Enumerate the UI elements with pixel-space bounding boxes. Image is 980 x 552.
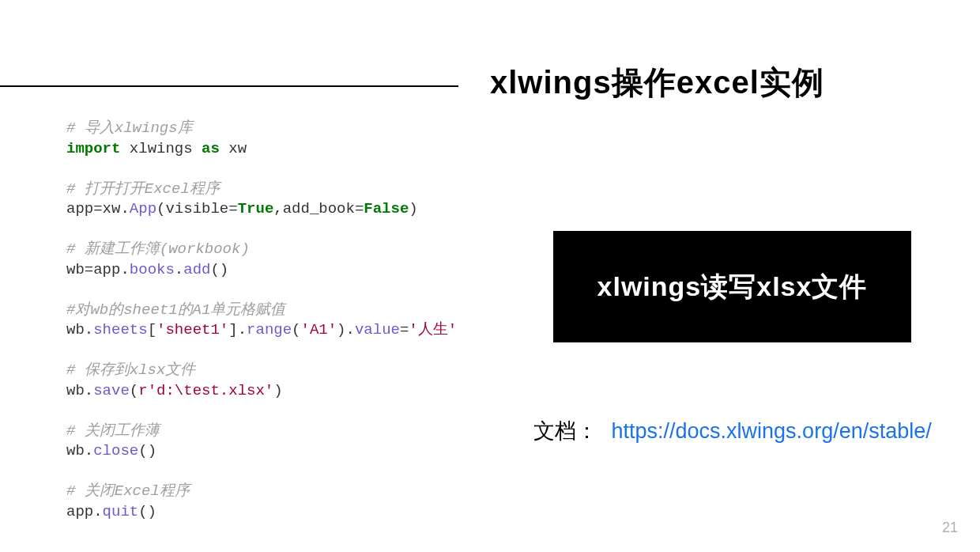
code-func: add xyxy=(183,261,210,278)
code-text: ( xyxy=(130,382,138,399)
code-text: ,add_book= xyxy=(273,200,364,217)
code-string: 'A1' xyxy=(301,321,337,338)
code-text: () xyxy=(138,442,156,459)
code-bool: True xyxy=(238,200,274,217)
code-text: ( xyxy=(292,321,300,338)
code-text: ). xyxy=(337,321,355,338)
code-func: range xyxy=(247,321,292,338)
code-text: = xyxy=(400,321,409,338)
code-string: r'd:\test.xlsx' xyxy=(138,382,273,399)
doc-link[interactable]: https://docs.xlwings.org/en/stable/ xyxy=(612,419,932,443)
code-text: ) xyxy=(273,382,282,399)
code-text: wb=app. xyxy=(66,261,130,278)
code-comment: # 导入xlwings库 xyxy=(66,119,193,137)
code-func: quit xyxy=(103,503,139,520)
code-text: ]. xyxy=(228,321,247,338)
code-bool: False xyxy=(364,200,409,217)
code-comment: # 打开打开Excel程序 xyxy=(66,180,220,198)
callout-box: xlwings读写xlsx文件 xyxy=(553,231,911,342)
code-text: xw xyxy=(220,140,247,157)
code-text: () xyxy=(210,261,228,278)
code-comment: # 关闭工作薄 xyxy=(66,422,160,440)
code-string: 'sheet1' xyxy=(156,321,228,338)
code-attr: books xyxy=(130,261,175,278)
code-comment: #对wb的sheet1的A1单元格赋值 xyxy=(66,301,285,319)
code-text: xlwings xyxy=(120,140,202,157)
code-text: wb. xyxy=(66,382,93,399)
code-func: save xyxy=(93,382,130,399)
code-text: . xyxy=(175,261,183,278)
horizontal-rule xyxy=(0,85,458,87)
code-text: ) xyxy=(409,200,417,217)
code-text: () xyxy=(138,503,156,520)
code-keyword: as xyxy=(202,140,220,157)
code-comment: # 关闭Excel程序 xyxy=(66,482,190,500)
code-comment: # 新建工作簿(workbook) xyxy=(66,240,250,258)
callout-label: xlwings读写xlsx文件 xyxy=(597,269,868,305)
code-attr: value xyxy=(355,321,400,338)
code-func: close xyxy=(93,442,138,459)
code-text: wb. xyxy=(66,442,93,459)
slide-title: xlwings操作excel实例 xyxy=(490,61,824,104)
code-text: app=xw. xyxy=(66,200,130,217)
code-string: '人生' xyxy=(409,321,457,338)
code-func: App xyxy=(130,200,156,217)
code-comment: # 保存到xlsx文件 xyxy=(66,361,195,379)
code-block: # 导入xlwings库 import xlwings as xw # 打开打开… xyxy=(66,119,457,522)
code-text: wb. xyxy=(66,321,93,338)
page-number: 21 xyxy=(942,520,958,536)
code-attr: sheets xyxy=(93,321,147,338)
doc-label: 文档： xyxy=(533,419,597,443)
code-keyword: import xyxy=(66,140,120,157)
code-text: app. xyxy=(66,503,103,520)
code-text: [ xyxy=(148,321,156,338)
code-text: (visible= xyxy=(156,200,238,217)
doc-line: 文档： https://docs.xlwings.org/en/stable/ xyxy=(533,417,932,445)
